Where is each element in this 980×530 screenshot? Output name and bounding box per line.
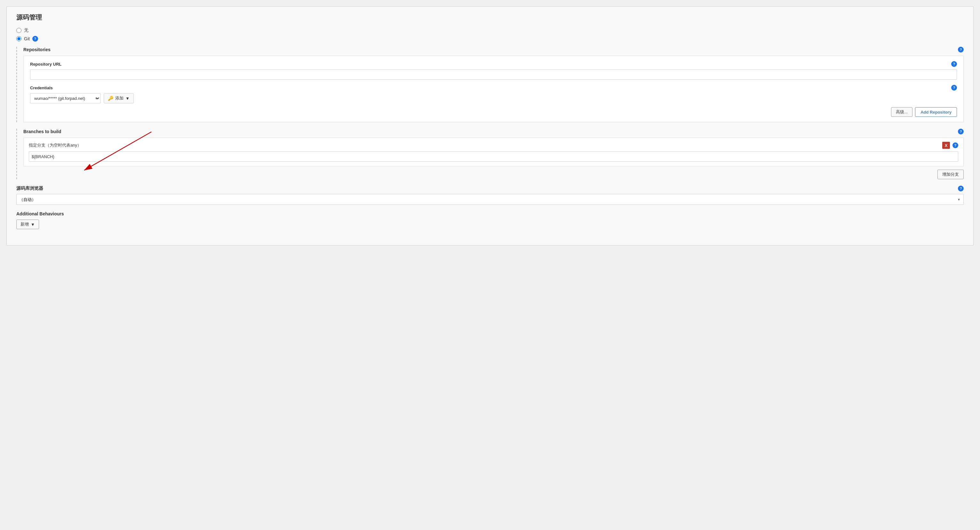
branch-item-header: 指定分支（为空时代表any） X ?	[29, 142, 958, 149]
branch-delete-button[interactable]: X	[942, 142, 950, 149]
repositories-dashed-section: Repositories ? Repository URL ? Credenti…	[16, 47, 964, 122]
repo-url-help-icon[interactable]: ?	[951, 61, 957, 67]
repo-url-input[interactable]	[30, 70, 957, 80]
scm-none-row: 无	[16, 27, 964, 33]
add-repository-button[interactable]: Add Repository	[915, 107, 957, 117]
branch-field-label: 指定分支（为空时代表any）	[29, 142, 81, 148]
scm-git-radio[interactable]	[16, 36, 21, 41]
key-icon: 🔑	[108, 96, 113, 101]
add-behaviour-chevron: ▼	[31, 222, 35, 227]
page-title: 源码管理	[16, 13, 964, 22]
credentials-select[interactable]: wumao/***** (git.forpad.net)	[30, 93, 100, 103]
source-browser-header: 源码库浏览器 ?	[16, 186, 964, 191]
add-cred-label: 添加	[115, 95, 124, 101]
add-behaviour-label: 新增	[21, 221, 29, 227]
source-browser-select[interactable]: （自动）	[16, 194, 964, 205]
add-behaviour-button[interactable]: 新增 ▼	[16, 220, 39, 229]
source-browser-help-icon[interactable]: ?	[958, 186, 964, 191]
advanced-button[interactable]: 高级...	[891, 107, 912, 117]
page-wrapper: 源码管理 无 Git ? Repositories ?	[0, 0, 980, 530]
branch-label-row: 指定分支（为空时代表any）	[29, 142, 81, 148]
scm-git-help-icon[interactable]: ?	[32, 36, 38, 41]
credentials-help-icon[interactable]: ?	[951, 85, 957, 91]
branch-item-block: 指定分支（为空时代表any） X ?	[23, 138, 964, 166]
branches-dashed-section: Branches to build ? 指定分支（为空时代表any） X ?	[16, 129, 964, 179]
repositories-label: Repositories	[23, 47, 51, 52]
credentials-row: wumao/***** (git.forpad.net) 🔑 添加 ▼	[30, 93, 957, 103]
source-browser-select-wrapper: （自动）	[16, 194, 964, 205]
additional-behaviours-label: Additional Behaviours	[16, 211, 964, 216]
branches-title: Branches to build	[23, 129, 61, 134]
repositories-header: Repositories ?	[23, 47, 964, 53]
source-browser-section: 源码库浏览器 ? （自动）	[16, 186, 964, 205]
credentials-label: Credentials	[30, 86, 53, 90]
repositories-help-icon[interactable]: ?	[958, 47, 964, 53]
branch-controls: X ?	[942, 142, 958, 149]
additional-behaviours-section: Additional Behaviours 新增 ▼	[16, 211, 964, 229]
branches-header: Branches to build ?	[23, 129, 964, 134]
repo-url-header: Repository URL ?	[30, 61, 957, 67]
branch-value-input[interactable]	[29, 151, 958, 162]
scm-git-label: Git	[24, 36, 30, 41]
source-browser-label: 源码库浏览器	[16, 186, 43, 191]
branch-help-icon[interactable]: ?	[953, 142, 958, 148]
repo-url-label: Repository URL	[30, 62, 62, 67]
add-credential-button[interactable]: 🔑 添加 ▼	[104, 93, 134, 103]
branches-help-icon[interactable]: ?	[958, 129, 964, 134]
scm-none-label: 无	[24, 27, 29, 33]
credentials-select-wrapper: wumao/***** (git.forpad.net)	[30, 93, 100, 103]
repository-block: Repository URL ? Credentials ? wumao/***…	[23, 56, 964, 122]
add-cred-chevron: ▼	[126, 96, 130, 101]
repo-actions: 高级... Add Repository	[30, 107, 957, 117]
credentials-header: Credentials ?	[30, 85, 957, 91]
main-panel: 源码管理 无 Git ? Repositories ?	[6, 6, 974, 245]
add-branch-actions: 增加分支	[23, 170, 964, 179]
scm-git-row: Git ?	[16, 36, 964, 41]
add-branch-button[interactable]: 增加分支	[937, 170, 964, 179]
scm-none-radio[interactable]	[16, 28, 21, 33]
scm-radio-group: 无 Git ?	[16, 27, 964, 41]
